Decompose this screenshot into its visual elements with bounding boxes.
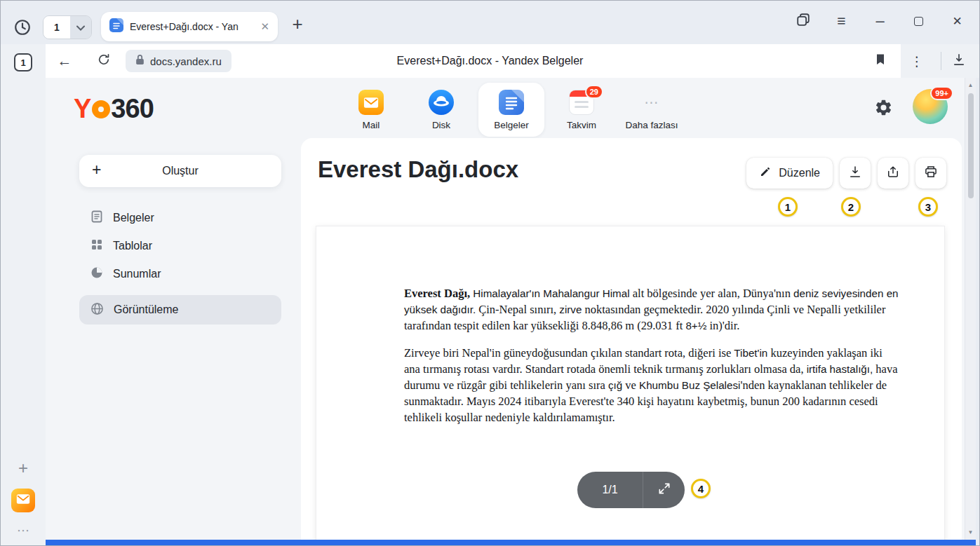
- browser-side-strip: 1 + ⋯: [1, 78, 46, 545]
- sidebar-item-label: Sunumlar: [113, 268, 161, 280]
- nav-label: Mail: [363, 120, 380, 130]
- share-button[interactable]: [878, 158, 908, 189]
- browser-menu-button[interactable]: ≡: [826, 9, 857, 33]
- page-content: Y 360 Mail Disk Belgeler: [46, 78, 965, 540]
- sidebar-item-label: Görüntüleme: [114, 303, 179, 316]
- history-clock-button[interactable]: [12, 18, 33, 39]
- maximize-icon: [914, 17, 923, 26]
- sidebar-item-sunumlar[interactable]: Sunumlar: [79, 260, 281, 288]
- nav-item-takvim[interactable]: 29 Takvim: [549, 83, 615, 137]
- share-upload-icon: [886, 165, 900, 182]
- printer-icon: [924, 165, 938, 182]
- nav-item-disk[interactable]: Disk: [408, 83, 474, 137]
- sidebar-item-goruntuleme[interactable]: Görüntüleme: [79, 295, 281, 325]
- documents-icon: [499, 90, 524, 115]
- url-text: docs.yandex.ru: [150, 55, 222, 67]
- new-tab-button[interactable]: +: [287, 13, 308, 34]
- nav-label: Takvim: [567, 120, 596, 130]
- page-scrollbar[interactable]: ▲ ▼: [965, 78, 976, 540]
- nav-item-mail[interactable]: Mail: [338, 83, 404, 137]
- bottom-accent-bar: [46, 540, 976, 546]
- page-count: 1/1: [577, 484, 643, 496]
- gear-icon: [874, 98, 893, 120]
- docs-favicon-icon: [109, 18, 123, 35]
- calendar-line: [575, 101, 589, 103]
- settings-button[interactable]: [872, 97, 894, 120]
- strip-more-button[interactable]: ⋯: [17, 523, 29, 538]
- nav-item-more[interactable]: ⋯ Daha fazlası: [619, 83, 685, 137]
- avatar[interactable]: 99+: [913, 89, 948, 124]
- url-chip[interactable]: docs.yandex.ru: [126, 50, 231, 72]
- presentation-icon: [90, 266, 103, 282]
- disk-icon: [429, 90, 454, 115]
- document-title: Everest Dağı.docx: [318, 156, 518, 183]
- document-panel: Everest Dağı.docx Düzenle: [301, 138, 962, 540]
- browser-tab[interactable]: Everest+Dağı.docx - Yan ✕: [101, 12, 278, 41]
- fullscreen-button[interactable]: [643, 472, 685, 508]
- create-label: Oluştur: [79, 155, 281, 187]
- service-nav: Mail Disk Belgeler 29: [338, 83, 685, 137]
- document-icon: [90, 210, 103, 226]
- logo-y: Y: [74, 94, 91, 124]
- y360-logo[interactable]: Y 360: [74, 93, 154, 124]
- back-button[interactable]: ←: [54, 50, 75, 71]
- scroll-down-arrow[interactable]: ▼: [965, 529, 976, 535]
- tab-group-chevron[interactable]: [70, 16, 91, 39]
- nav-label: Disk: [432, 120, 450, 130]
- tab-close-icon[interactable]: ✕: [260, 20, 269, 33]
- browser-window: 1 Everest+Dağı.docx - Yan ✕ + ≡ –: [0, 0, 980, 546]
- edit-button[interactable]: Düzenle: [746, 158, 833, 189]
- clock-icon: [13, 18, 32, 39]
- notification-badge: 99+: [930, 86, 953, 100]
- reload-button[interactable]: [93, 50, 114, 71]
- table-icon: [90, 238, 103, 254]
- page-indicator: 1/1: [577, 472, 685, 508]
- strip-add-button[interactable]: +: [18, 458, 28, 478]
- downloads-button[interactable]: [949, 52, 969, 70]
- mail-icon: [358, 90, 384, 115]
- more-dots-icon: ⋯: [639, 90, 664, 115]
- calendar-icon: 29: [569, 90, 594, 115]
- lock-icon: [135, 54, 145, 68]
- nav-label: Belgeler: [494, 120, 529, 130]
- download-icon: [848, 165, 862, 182]
- logo-o-icon: [92, 100, 110, 118]
- sidebar-item-belgeler[interactable]: Belgeler: [79, 204, 281, 232]
- bookmark-button[interactable]: [871, 52, 890, 70]
- address-more-button[interactable]: ⋮: [908, 51, 926, 71]
- minimize-button[interactable]: –: [865, 9, 895, 33]
- document-text: Everest Dağı, Himalayalar'ın Mahalangur …: [316, 226, 944, 458]
- download-icon: [952, 53, 966, 69]
- nav-item-belgeler[interactable]: Belgeler: [478, 83, 544, 137]
- tab-group[interactable]: 1: [43, 15, 92, 39]
- side-panel-button[interactable]: [788, 9, 818, 33]
- maximize-button[interactable]: [904, 9, 934, 33]
- globe-icon: [90, 302, 104, 318]
- yandex-app-button[interactable]: [11, 489, 35, 512]
- create-button[interactable]: + Oluştur: [79, 155, 281, 187]
- annotation-2: 2: [841, 197, 861, 217]
- print-button[interactable]: [915, 158, 946, 189]
- sidebar-item-tablolar[interactable]: Tablolar: [79, 232, 281, 260]
- chevron-down-icon: [76, 21, 85, 34]
- logo-360: 360: [111, 94, 153, 124]
- tab-strip: 1 Everest+Dağı.docx - Yan ✕ + ≡ –: [1, 1, 979, 44]
- reload-icon: [97, 53, 111, 69]
- paragraph: Everest Dağı, Himalayalar'ın Mahalangur …: [404, 285, 899, 334]
- scroll-up-arrow[interactable]: ▲: [965, 82, 976, 88]
- address-row: ← docs.yandex.ru Everest+Dağı.docx - Yan…: [1, 44, 979, 78]
- scrollbar-thumb[interactable]: [968, 93, 974, 198]
- tab-counter[interactable]: 1: [14, 53, 32, 71]
- sidebar-item-label: Belgeler: [113, 212, 154, 224]
- calendar-badge: 29: [585, 85, 603, 99]
- close-window-button[interactable]: ✕: [942, 9, 972, 33]
- download-document-button[interactable]: [840, 158, 871, 189]
- address-divider: [941, 52, 941, 70]
- paragraph: Zirveye biri Nepal'in güneydoğusundan çı…: [404, 345, 899, 425]
- document-actions: Düzenle: [746, 158, 946, 189]
- annotation-1: 1: [778, 197, 798, 217]
- window-controls: ≡ – ✕: [788, 9, 972, 33]
- tab-group-count[interactable]: 1: [43, 16, 70, 39]
- pencil-icon: [759, 165, 772, 181]
- panels-icon: [796, 12, 811, 30]
